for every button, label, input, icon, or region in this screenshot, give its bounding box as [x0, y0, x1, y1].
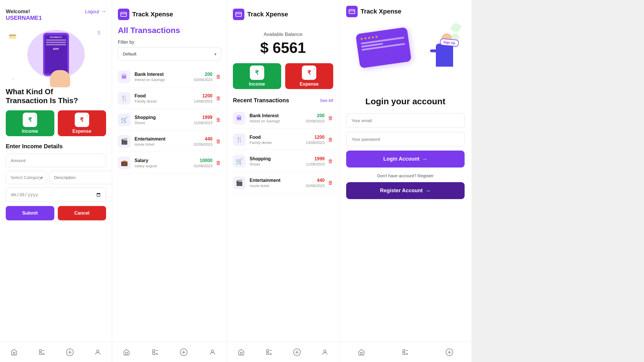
- logout-icon: →: [101, 9, 106, 15]
- enter-details-title: Enter Income Details: [6, 143, 106, 150]
- hero-phone: PAYMENTS $200: [43, 33, 69, 76]
- nav4-list-icon[interactable]: [400, 346, 411, 358]
- recent-entertainment-delete-icon[interactable]: 🗑: [328, 180, 333, 186]
- txn-food-desc: Family dinner: [135, 99, 194, 103]
- nav-profile-icon[interactable]: [92, 346, 103, 358]
- date-input[interactable]: [6, 188, 106, 202]
- welcome-block: Welcome! USERNAME1: [6, 9, 42, 21]
- category-select[interactable]: Select Category Food Salary Shopping: [6, 171, 46, 184]
- nav2-list-icon[interactable]: [150, 346, 161, 358]
- hero-line-3: [46, 44, 66, 45]
- nav4-add-icon[interactable]: [444, 346, 455, 358]
- recent-shopping-desc: Shoes: [250, 162, 306, 166]
- recent-bank-amount: 200: [306, 113, 325, 118]
- txn-food-amount: 1200: [194, 93, 212, 99]
- svg-point-30: [324, 350, 326, 352]
- recent-header: Recent Transactions See All: [233, 97, 333, 104]
- txn-shopping-delete-icon[interactable]: 🗑: [216, 117, 221, 123]
- recent-entertainment-desc: movie ticket: [250, 184, 306, 188]
- nav3-add-icon[interactable]: [291, 346, 303, 358]
- nav-list-icon[interactable]: [36, 346, 48, 358]
- svg-rect-0: [39, 350, 41, 352]
- welcome-text: Welcome!: [6, 9, 42, 15]
- svg-rect-9: [121, 12, 126, 16]
- transaction-question-line1: What Kind Of: [6, 87, 53, 96]
- nav2-add-icon[interactable]: [178, 346, 189, 358]
- txn-salary-desc: salary august: [135, 164, 194, 168]
- login-title: Login your account: [346, 97, 465, 106]
- recent-bank-name: Bank Interest: [250, 113, 306, 118]
- nav3-list-icon[interactable]: [263, 346, 275, 358]
- login-btn-label: Login Account: [383, 156, 419, 162]
- cancel-button[interactable]: Cancel: [58, 206, 106, 220]
- nav2-profile-icon[interactable]: [207, 346, 218, 358]
- see-all-button[interactable]: See All: [320, 98, 333, 103]
- recent-food-delete-icon[interactable]: 🗑: [328, 137, 333, 143]
- transaction-type-buttons: ₹ ↑ Income ₹ ↓ Expense: [6, 110, 106, 136]
- bottom-nav-panel2: [112, 342, 227, 362]
- logout-label: Logout: [85, 9, 99, 14]
- nav3-profile-icon[interactable]: [319, 346, 331, 358]
- recent-bank-delete-icon[interactable]: 🗑: [328, 115, 333, 121]
- login-app-header: Track Xpense: [346, 6, 465, 17]
- income-label: Income: [22, 129, 38, 134]
- txn-entertainment-delete-icon[interactable]: 🗑: [216, 138, 221, 145]
- description-input[interactable]: [49, 171, 112, 184]
- income-type-button[interactable]: ₹ ↑ Income: [6, 110, 54, 136]
- balance-income-button[interactable]: ₹ ↑ Income: [233, 63, 281, 89]
- register-account-button[interactable]: Register Account →: [346, 182, 465, 199]
- txn-food-delete-icon[interactable]: 🗑: [216, 95, 221, 101]
- svg-rect-31: [349, 9, 355, 14]
- recent-shopping-amount: 1999: [306, 156, 325, 161]
- txn-entertainment-details: Entertainment movie ticket: [135, 136, 194, 147]
- balance-income-rupee-box: ₹ ↑: [250, 66, 264, 80]
- recent-shopping-date: 11/08/2023: [306, 162, 325, 166]
- balance-label: Available Balance: [233, 32, 333, 37]
- signup-card-illustration: [356, 27, 412, 68]
- nav4-home-icon[interactable]: [356, 346, 367, 358]
- all-transactions-title: All Transactions: [118, 26, 221, 35]
- recent-shopping-name: Shopping: [250, 156, 306, 161]
- svg-point-8: [97, 350, 99, 352]
- balance-expense-button[interactable]: ₹ ↓ Expense: [285, 63, 334, 89]
- login-arrow-icon: →: [422, 156, 428, 162]
- recent-transaction-item: 🎬 Entertainment movie ticket 440 02/08/2…: [233, 172, 333, 193]
- expense-type-button[interactable]: ₹ ↓ Expense: [58, 110, 106, 136]
- hero-line-1: [46, 39, 66, 41]
- nav-home-icon[interactable]: [8, 346, 20, 358]
- txn-salary-delete-icon[interactable]: 🗑: [216, 160, 221, 166]
- svg-rect-11: [153, 350, 155, 352]
- nav3-home-icon[interactable]: [235, 346, 247, 358]
- recent-shopping-delete-icon[interactable]: 🗑: [328, 158, 333, 164]
- nav-add-icon[interactable]: [64, 346, 76, 358]
- person-arm: [430, 49, 439, 52]
- txn-bank-icon: 🏛: [118, 70, 131, 83]
- password-input[interactable]: [346, 132, 465, 147]
- transaction-list: 🏛 Bank Interest Intrest on Savingd 200 0…: [118, 66, 221, 174]
- txn-entertainment-icon: 🎬: [118, 135, 131, 148]
- expense-label: Expense: [72, 129, 91, 134]
- txn-bank-right: 200 02/09/2023: [194, 72, 212, 82]
- expense-rupee-box: ₹ ↓: [75, 113, 89, 127]
- submit-button[interactable]: Submit: [6, 206, 54, 220]
- recent-food-name: Food: [250, 135, 306, 140]
- login-hero-illustration: Sign Up: [346, 22, 465, 91]
- login-account-button[interactable]: Login Account →: [346, 151, 465, 167]
- recent-bank-icon: 🏛: [233, 112, 246, 124]
- svg-rect-34: [403, 353, 405, 355]
- nav2-home-icon[interactable]: [121, 346, 132, 358]
- txn-shopping-desc: Shoes: [135, 121, 194, 125]
- txn-bank-delete-icon[interactable]: 🗑: [216, 74, 221, 80]
- txn-food-details: Food Family dinner: [135, 93, 194, 103]
- filter-select[interactable]: Default Income Expense: [118, 47, 221, 61]
- transactions-app-header: Track Xpense: [118, 9, 221, 20]
- logout-button[interactable]: Logout →: [85, 9, 106, 15]
- amount-input[interactable]: [6, 154, 106, 167]
- txn-salary-icon: 💼: [118, 157, 131, 169]
- txn-shopping-icon: 🛒: [118, 113, 131, 126]
- txn-salary-right: 10000 01/08/2023: [194, 158, 212, 168]
- recent-entertainment-right: 440 02/08/2023: [306, 178, 325, 188]
- balance-income-label: Income: [249, 82, 265, 87]
- svg-rect-12: [153, 353, 155, 355]
- email-input[interactable]: [346, 113, 465, 128]
